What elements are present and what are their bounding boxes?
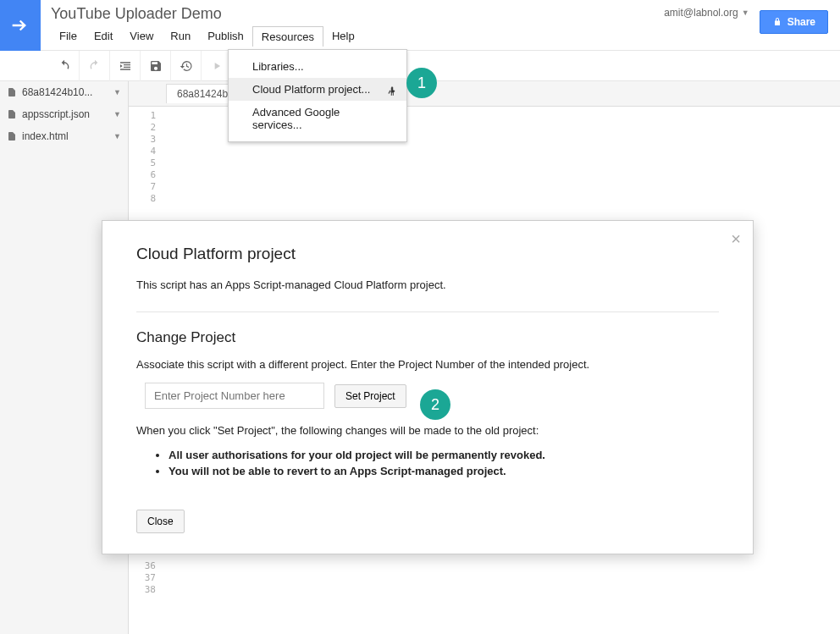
- menu-run[interactable]: Run: [162, 26, 199, 47]
- file-name: 68a81424b10...: [22, 86, 108, 98]
- menu-view[interactable]: View: [121, 26, 162, 47]
- associate-text: Associate this script with a different p…: [136, 358, 719, 371]
- file-icon: [7, 131, 17, 141]
- share-button[interactable]: Share: [760, 10, 828, 34]
- caret-down-icon[interactable]: ▼: [113, 132, 121, 141]
- project-title[interactable]: YouTube Uploader Demo: [51, 5, 664, 23]
- save-button[interactable]: [141, 51, 171, 81]
- set-project-button[interactable]: Set Project: [334, 384, 406, 408]
- cloud-platform-modal: × Cloud Platform project This script has…: [102, 220, 754, 554]
- callout-badge-1: 1: [406, 68, 437, 98]
- share-label: Share: [788, 16, 815, 28]
- modal-intro: This script has an Apps Script-managed C…: [136, 278, 719, 291]
- file-item[interactable]: appsscript.json ▼: [0, 103, 128, 125]
- file-name: appsscript.json: [22, 108, 108, 120]
- caret-down-icon[interactable]: ▼: [113, 88, 121, 96]
- file-name: index.html: [22, 130, 108, 142]
- undo-button[interactable]: [49, 51, 80, 81]
- menu-help[interactable]: Help: [323, 26, 363, 47]
- modal-title: Cloud Platform project: [136, 245, 719, 263]
- cursor-pointer-icon: [385, 85, 399, 99]
- app-logo: [0, 0, 41, 51]
- menu-file[interactable]: File: [51, 26, 86, 47]
- file-icon: [7, 87, 17, 97]
- caret-down-icon[interactable]: ▼: [113, 110, 121, 119]
- changes-list: All user authorisations for your old pro…: [169, 449, 719, 477]
- user-email[interactable]: amit@labnol.org ▼: [664, 7, 749, 19]
- dropdown-item-advanced-services[interactable]: Advanced Google services...: [229, 101, 406, 136]
- project-number-input[interactable]: [145, 383, 324, 409]
- change-project-heading: Change Project: [136, 329, 719, 346]
- menu-edit[interactable]: Edit: [86, 26, 121, 47]
- callout-badge-2: 2: [420, 389, 450, 420]
- file-item[interactable]: index.html ▼: [0, 125, 128, 147]
- menubar: File Edit View Run Publish Resources Hel…: [51, 26, 664, 47]
- modal-close-button[interactable]: ×: [731, 229, 741, 249]
- menu-resources[interactable]: Resources: [252, 26, 323, 47]
- menu-publish[interactable]: Publish: [199, 26, 252, 47]
- dropdown-item-libraries[interactable]: Libraries...: [229, 55, 406, 78]
- redo-button[interactable]: [80, 51, 110, 81]
- resources-dropdown: Libraries... Cloud Platform project... A…: [228, 49, 407, 142]
- indent-button[interactable]: [110, 51, 141, 81]
- file-icon: [7, 109, 17, 119]
- dropdown-item-cloud-platform[interactable]: Cloud Platform project...: [229, 78, 406, 101]
- bullet-2: You will not be able to revert to an App…: [169, 465, 506, 477]
- divider: [136, 311, 719, 312]
- bullet-1: All user authorisations for your old pro…: [169, 449, 545, 461]
- lock-icon: [772, 17, 782, 27]
- caret-down-icon: ▼: [742, 8, 749, 17]
- history-button[interactable]: [171, 51, 202, 81]
- close-button[interactable]: Close: [136, 510, 185, 533]
- when-click-text: When you click "Set Project", the follow…: [136, 424, 719, 437]
- tab-label: 68a81424b: [177, 88, 228, 100]
- file-item[interactable]: 68a81424b10... ▼: [0, 81, 128, 103]
- user-email-text: amit@labnol.org: [664, 7, 738, 19]
